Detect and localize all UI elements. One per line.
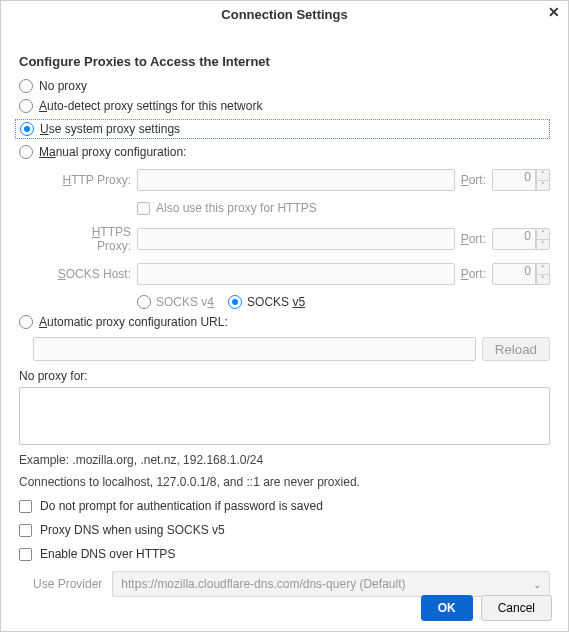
radio-label: No proxy	[39, 79, 87, 93]
https-port-box: 0 ˄˅	[492, 228, 550, 250]
socks4-label: SOCKS v4	[156, 295, 214, 309]
radio-icon	[20, 122, 34, 136]
http-port-label: Port:	[461, 173, 486, 187]
check-label: Enable DNS over HTTPS	[40, 547, 175, 561]
manual-proxy-group: HTTP Proxy: Port: 0 ˄˅ Also use this pro…	[55, 169, 550, 309]
pac-url-input[interactable]	[33, 337, 476, 361]
radio-socks5[interactable]: SOCKS v5	[228, 295, 305, 309]
socks-port-spinner[interactable]: ˄˅	[536, 263, 550, 285]
radio-icon	[137, 295, 151, 309]
example-text: Example: .mozilla.org, .net.nz, 192.168.…	[19, 453, 550, 467]
no-proxy-for-label: No proxy for:	[19, 369, 550, 383]
also-https-label: Also use this proxy for HTTPS	[156, 201, 317, 215]
dialog-footer: OK Cancel	[421, 595, 552, 621]
reload-button[interactable]: Reload	[482, 337, 550, 361]
also-https-row[interactable]: Also use this proxy for HTTPS	[137, 201, 550, 215]
http-proxy-input[interactable]	[137, 169, 455, 191]
socks-port-input[interactable]: 0	[492, 263, 536, 285]
radio-icon	[19, 99, 33, 113]
provider-label: Use Provider	[33, 577, 102, 591]
ok-button[interactable]: OK	[421, 595, 473, 621]
socks-host-input[interactable]	[137, 263, 455, 285]
radio-icon	[19, 79, 33, 93]
socks-port-label: Port:	[461, 267, 486, 281]
check-label: Proxy DNS when using SOCKS v5	[40, 523, 225, 537]
no-proxy-for-textarea[interactable]	[19, 387, 550, 445]
radio-icon	[19, 145, 33, 159]
radio-auto-detect[interactable]: Auto-detect proxy settings for this netw…	[19, 99, 550, 113]
http-port-input[interactable]: 0	[492, 169, 536, 191]
https-port-input[interactable]: 0	[492, 228, 536, 250]
radio-no-proxy[interactable]: No proxy	[19, 79, 550, 93]
close-icon[interactable]: ✕	[548, 5, 560, 19]
radio-pac-url[interactable]: Automatic proxy configuration URL:	[19, 315, 550, 329]
radio-label: Automatic proxy configuration URL:	[39, 315, 228, 329]
https-proxy-row: HTTPS Proxy: Port: 0 ˄˅	[55, 225, 550, 253]
cancel-button[interactable]: Cancel	[481, 595, 552, 621]
radio-label: Use system proxy settings	[40, 122, 180, 136]
https-port-label: Port:	[461, 232, 486, 246]
never-proxied-text: Connections to localhost, 127.0.0.1/8, a…	[19, 475, 550, 489]
socks-port-box: 0 ˄˅	[492, 263, 550, 285]
checkbox-icon	[137, 202, 150, 215]
http-port-spinner[interactable]: ˄˅	[536, 169, 550, 191]
socks-version-row: SOCKS v4 SOCKS v5	[137, 295, 550, 309]
https-port-spinner[interactable]: ˄˅	[536, 228, 550, 250]
radio-label: Manual proxy configuration:	[39, 145, 186, 159]
checkbox-icon	[19, 524, 32, 537]
check-label: Do not prompt for authentication if pass…	[40, 499, 323, 513]
radio-socks4[interactable]: SOCKS v4	[137, 295, 214, 309]
checkbox-icon	[19, 548, 32, 561]
radio-icon	[228, 295, 242, 309]
radio-icon	[19, 315, 33, 329]
https-proxy-label: HTTPS Proxy:	[55, 225, 131, 253]
check-enable-doh[interactable]: Enable DNS over HTTPS	[19, 547, 550, 561]
radio-manual[interactable]: Manual proxy configuration:	[19, 145, 550, 159]
http-proxy-label: HTTP Proxy:	[55, 173, 131, 187]
radio-use-system[interactable]: Use system proxy settings	[15, 119, 550, 139]
dialog-content: Configure Proxies to Access the Internet…	[1, 28, 568, 597]
doh-provider-row: Use Provider https://mozilla.cloudflare-…	[33, 571, 550, 597]
title-bar: Connection Settings ✕	[1, 1, 568, 28]
provider-select[interactable]: https://mozilla.cloudflare-dns.com/dns-q…	[112, 571, 550, 597]
http-port-box: 0 ˄˅	[492, 169, 550, 191]
socks-host-row: SOCKS Host: Port: 0 ˄˅	[55, 263, 550, 285]
dialog-title: Connection Settings	[221, 7, 347, 22]
chevron-down-icon: ⌄	[533, 579, 541, 590]
check-no-auth-prompt[interactable]: Do not prompt for authentication if pass…	[19, 499, 550, 513]
section-heading: Configure Proxies to Access the Internet	[19, 54, 550, 69]
check-proxy-dns[interactable]: Proxy DNS when using SOCKS v5	[19, 523, 550, 537]
radio-label: Auto-detect proxy settings for this netw…	[39, 99, 262, 113]
checkbox-icon	[19, 500, 32, 513]
http-proxy-row: HTTP Proxy: Port: 0 ˄˅	[55, 169, 550, 191]
socks5-label: SOCKS v5	[247, 295, 305, 309]
socks-host-label: SOCKS Host:	[55, 267, 131, 281]
pac-url-row: Reload	[33, 337, 550, 361]
provider-value: https://mozilla.cloudflare-dns.com/dns-q…	[121, 577, 405, 591]
https-proxy-input[interactable]	[137, 228, 455, 250]
